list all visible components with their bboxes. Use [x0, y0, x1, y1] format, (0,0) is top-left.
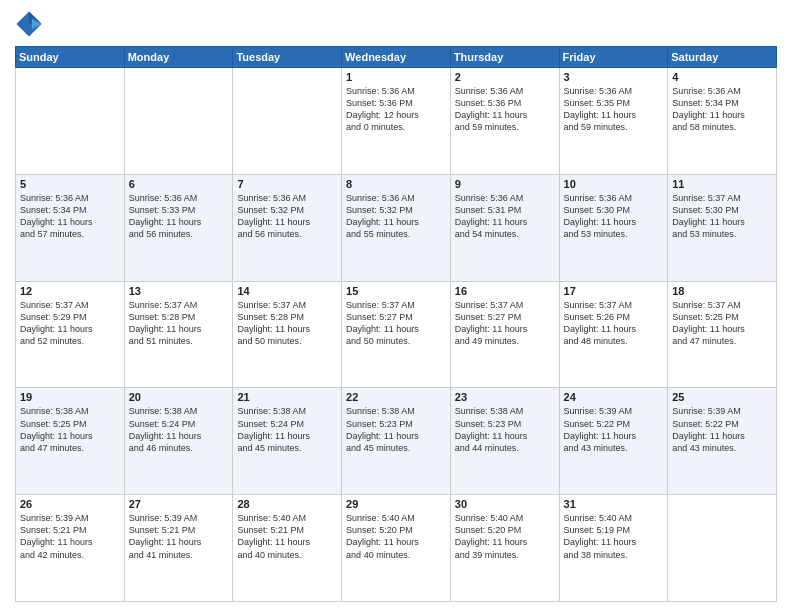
day-cell: 16Sunrise: 5:37 AM Sunset: 5:27 PM Dayli… [450, 281, 559, 388]
day-info: Sunrise: 5:36 AM Sunset: 5:35 PM Dayligh… [564, 85, 664, 134]
day-info: Sunrise: 5:37 AM Sunset: 5:27 PM Dayligh… [455, 299, 555, 348]
day-info: Sunrise: 5:37 AM Sunset: 5:26 PM Dayligh… [564, 299, 664, 348]
day-info: Sunrise: 5:39 AM Sunset: 5:22 PM Dayligh… [564, 405, 664, 454]
day-info: Sunrise: 5:37 AM Sunset: 5:30 PM Dayligh… [672, 192, 772, 241]
day-number: 9 [455, 178, 555, 190]
day-info: Sunrise: 5:36 AM Sunset: 5:34 PM Dayligh… [672, 85, 772, 134]
day-number: 18 [672, 285, 772, 297]
day-number: 10 [564, 178, 664, 190]
day-cell [668, 495, 777, 602]
day-cell: 7Sunrise: 5:36 AM Sunset: 5:32 PM Daylig… [233, 174, 342, 281]
day-number: 23 [455, 391, 555, 403]
day-info: Sunrise: 5:40 AM Sunset: 5:19 PM Dayligh… [564, 512, 664, 561]
logo [15, 10, 46, 38]
day-info: Sunrise: 5:37 AM Sunset: 5:25 PM Dayligh… [672, 299, 772, 348]
day-number: 20 [129, 391, 229, 403]
day-cell: 15Sunrise: 5:37 AM Sunset: 5:27 PM Dayli… [342, 281, 451, 388]
day-cell: 18Sunrise: 5:37 AM Sunset: 5:25 PM Dayli… [668, 281, 777, 388]
day-cell [16, 68, 125, 175]
week-row-4: 19Sunrise: 5:38 AM Sunset: 5:25 PM Dayli… [16, 388, 777, 495]
day-info: Sunrise: 5:40 AM Sunset: 5:20 PM Dayligh… [346, 512, 446, 561]
day-number: 11 [672, 178, 772, 190]
day-info: Sunrise: 5:38 AM Sunset: 5:25 PM Dayligh… [20, 405, 120, 454]
day-number: 27 [129, 498, 229, 510]
day-cell: 3Sunrise: 5:36 AM Sunset: 5:35 PM Daylig… [559, 68, 668, 175]
day-cell: 29Sunrise: 5:40 AM Sunset: 5:20 PM Dayli… [342, 495, 451, 602]
day-cell: 4Sunrise: 5:36 AM Sunset: 5:34 PM Daylig… [668, 68, 777, 175]
week-row-3: 12Sunrise: 5:37 AM Sunset: 5:29 PM Dayli… [16, 281, 777, 388]
week-row-5: 26Sunrise: 5:39 AM Sunset: 5:21 PM Dayli… [16, 495, 777, 602]
day-number: 28 [237, 498, 337, 510]
day-number: 17 [564, 285, 664, 297]
day-cell: 6Sunrise: 5:36 AM Sunset: 5:33 PM Daylig… [124, 174, 233, 281]
day-number: 15 [346, 285, 446, 297]
day-info: Sunrise: 5:37 AM Sunset: 5:29 PM Dayligh… [20, 299, 120, 348]
day-info: Sunrise: 5:38 AM Sunset: 5:23 PM Dayligh… [455, 405, 555, 454]
day-info: Sunrise: 5:36 AM Sunset: 5:32 PM Dayligh… [237, 192, 337, 241]
day-header-tuesday: Tuesday [233, 47, 342, 68]
day-number: 30 [455, 498, 555, 510]
day-info: Sunrise: 5:36 AM Sunset: 5:32 PM Dayligh… [346, 192, 446, 241]
day-info: Sunrise: 5:39 AM Sunset: 5:21 PM Dayligh… [20, 512, 120, 561]
day-number: 29 [346, 498, 446, 510]
day-info: Sunrise: 5:37 AM Sunset: 5:27 PM Dayligh… [346, 299, 446, 348]
day-number: 1 [346, 71, 446, 83]
day-cell: 31Sunrise: 5:40 AM Sunset: 5:19 PM Dayli… [559, 495, 668, 602]
day-header-sunday: Sunday [16, 47, 125, 68]
day-info: Sunrise: 5:40 AM Sunset: 5:21 PM Dayligh… [237, 512, 337, 561]
day-header-saturday: Saturday [668, 47, 777, 68]
day-cell: 23Sunrise: 5:38 AM Sunset: 5:23 PM Dayli… [450, 388, 559, 495]
day-number: 3 [564, 71, 664, 83]
day-cell: 9Sunrise: 5:36 AM Sunset: 5:31 PM Daylig… [450, 174, 559, 281]
day-cell: 1Sunrise: 5:36 AM Sunset: 5:36 PM Daylig… [342, 68, 451, 175]
day-number: 24 [564, 391, 664, 403]
page: SundayMondayTuesdayWednesdayThursdayFrid… [0, 0, 792, 612]
day-number: 8 [346, 178, 446, 190]
day-cell: 24Sunrise: 5:39 AM Sunset: 5:22 PM Dayli… [559, 388, 668, 495]
day-number: 14 [237, 285, 337, 297]
day-number: 16 [455, 285, 555, 297]
day-info: Sunrise: 5:39 AM Sunset: 5:21 PM Dayligh… [129, 512, 229, 561]
day-header-wednesday: Wednesday [342, 47, 451, 68]
header-row: SundayMondayTuesdayWednesdayThursdayFrid… [16, 47, 777, 68]
day-info: Sunrise: 5:36 AM Sunset: 5:36 PM Dayligh… [455, 85, 555, 134]
day-cell: 28Sunrise: 5:40 AM Sunset: 5:21 PM Dayli… [233, 495, 342, 602]
day-cell: 30Sunrise: 5:40 AM Sunset: 5:20 PM Dayli… [450, 495, 559, 602]
week-row-1: 1Sunrise: 5:36 AM Sunset: 5:36 PM Daylig… [16, 68, 777, 175]
day-cell: 13Sunrise: 5:37 AM Sunset: 5:28 PM Dayli… [124, 281, 233, 388]
calendar: SundayMondayTuesdayWednesdayThursdayFrid… [15, 46, 777, 602]
day-info: Sunrise: 5:38 AM Sunset: 5:23 PM Dayligh… [346, 405, 446, 454]
day-info: Sunrise: 5:38 AM Sunset: 5:24 PM Dayligh… [237, 405, 337, 454]
day-info: Sunrise: 5:39 AM Sunset: 5:22 PM Dayligh… [672, 405, 772, 454]
day-header-friday: Friday [559, 47, 668, 68]
day-cell: 21Sunrise: 5:38 AM Sunset: 5:24 PM Dayli… [233, 388, 342, 495]
day-number: 4 [672, 71, 772, 83]
day-number: 5 [20, 178, 120, 190]
day-cell: 10Sunrise: 5:36 AM Sunset: 5:30 PM Dayli… [559, 174, 668, 281]
day-cell: 22Sunrise: 5:38 AM Sunset: 5:23 PM Dayli… [342, 388, 451, 495]
day-cell: 2Sunrise: 5:36 AM Sunset: 5:36 PM Daylig… [450, 68, 559, 175]
logo-icon [15, 10, 43, 38]
day-header-monday: Monday [124, 47, 233, 68]
day-cell: 26Sunrise: 5:39 AM Sunset: 5:21 PM Dayli… [16, 495, 125, 602]
day-info: Sunrise: 5:40 AM Sunset: 5:20 PM Dayligh… [455, 512, 555, 561]
day-number: 25 [672, 391, 772, 403]
day-number: 13 [129, 285, 229, 297]
day-cell [233, 68, 342, 175]
day-info: Sunrise: 5:36 AM Sunset: 5:34 PM Dayligh… [20, 192, 120, 241]
day-cell: 17Sunrise: 5:37 AM Sunset: 5:26 PM Dayli… [559, 281, 668, 388]
day-number: 6 [129, 178, 229, 190]
day-number: 21 [237, 391, 337, 403]
day-number: 26 [20, 498, 120, 510]
day-cell: 27Sunrise: 5:39 AM Sunset: 5:21 PM Dayli… [124, 495, 233, 602]
day-number: 19 [20, 391, 120, 403]
day-info: Sunrise: 5:36 AM Sunset: 5:36 PM Dayligh… [346, 85, 446, 134]
day-cell: 5Sunrise: 5:36 AM Sunset: 5:34 PM Daylig… [16, 174, 125, 281]
header [15, 10, 777, 38]
day-info: Sunrise: 5:37 AM Sunset: 5:28 PM Dayligh… [237, 299, 337, 348]
day-number: 7 [237, 178, 337, 190]
day-info: Sunrise: 5:38 AM Sunset: 5:24 PM Dayligh… [129, 405, 229, 454]
day-number: 2 [455, 71, 555, 83]
day-cell: 25Sunrise: 5:39 AM Sunset: 5:22 PM Dayli… [668, 388, 777, 495]
day-header-thursday: Thursday [450, 47, 559, 68]
